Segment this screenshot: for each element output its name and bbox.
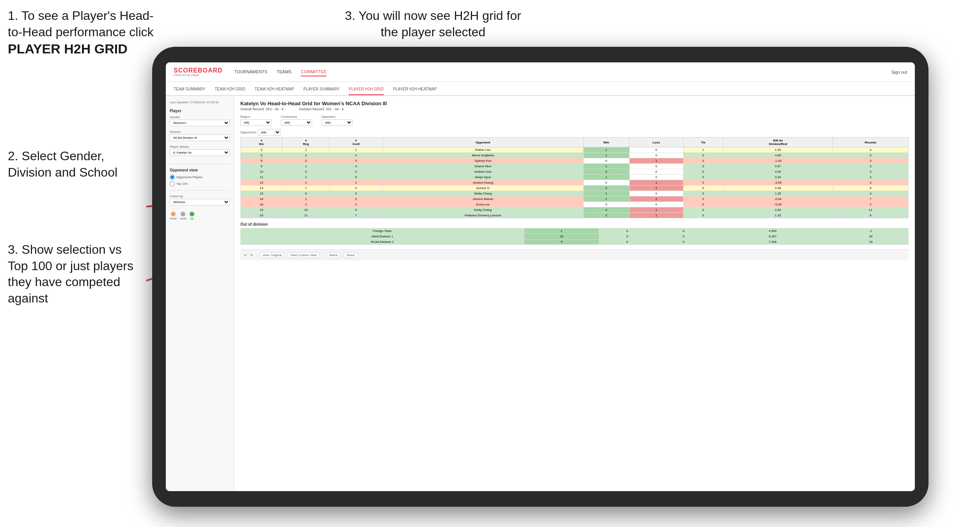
cell-ood-rounds: 10 xyxy=(833,239,908,245)
cell-reg: 10 xyxy=(282,207,330,213)
sidebar-gender-label: Gender xyxy=(170,115,230,119)
subnav-player-h2h-grid[interactable]: PLAYER H2H GRID xyxy=(349,87,383,95)
cell-rounds: 4 xyxy=(833,191,908,196)
cell-reg: 1 xyxy=(282,180,330,186)
sidebar-radio-opponents[interactable]: Opponents Played xyxy=(170,175,230,180)
nav-items: TOURNAMENTS TEAMS COMMITTEE xyxy=(234,68,880,76)
cell-tie: 0 xyxy=(684,196,723,202)
filter-opponent-label: Opponent xyxy=(321,115,353,118)
toolbar-watch[interactable]: Watch xyxy=(327,252,341,258)
nav-teams[interactable]: TEAMS xyxy=(277,68,291,76)
sidebar-division-select[interactable]: NCAA Division III xyxy=(170,134,230,141)
cell-reg: 11 xyxy=(282,213,330,218)
cell-opponent: Jessica Huang xyxy=(383,180,583,186)
subnav-team-h2h-heatmap[interactable]: TEAM H2H HEATMAP xyxy=(255,87,294,95)
filter-region-select[interactable]: (All) xyxy=(240,119,272,126)
cell-win: 0 xyxy=(583,180,629,186)
cell-div: 5 xyxy=(241,153,282,158)
cell-ood-loss: 0 xyxy=(599,234,655,239)
filter-opponent-select[interactable]: (All) xyxy=(321,119,353,126)
subnav-player-h2h-heatmap[interactable]: PLAYER H2H HEATMAP xyxy=(393,87,437,95)
cell-rounds: 9 xyxy=(833,186,908,191)
cell-loss: 0 xyxy=(629,202,683,207)
toolbar: ↩ ↪ | View: Original Save Custom View | … xyxy=(240,249,909,260)
cell-div: 15 xyxy=(241,191,282,196)
cell-rounds: 3 xyxy=(833,164,908,169)
sidebar-radio-top100[interactable]: Top 100 xyxy=(170,181,230,186)
nav-tournaments[interactable]: TOURNAMENTS xyxy=(234,68,268,76)
subnav-team-h2h-grid[interactable]: TEAM H2H GRID xyxy=(215,87,245,95)
cell-win: 1 xyxy=(583,153,629,158)
tablet-frame: SCOREBOARD Powered by clippd TOURNAMENTS… xyxy=(152,47,929,507)
cell-rounds: 11 xyxy=(833,207,908,213)
cell-ood-opponent: NCAA Division 2 xyxy=(241,239,524,245)
app-header: SCOREBOARD Powered by clippd TOURNAMENTS… xyxy=(166,62,915,82)
cell-div: 3 xyxy=(241,147,282,153)
cell-loss: 1 xyxy=(629,207,683,213)
toolbar-view-original[interactable]: View: Original xyxy=(260,252,284,258)
cell-div: 18 xyxy=(241,202,282,207)
toolbar-redo[interactable]: ↪ xyxy=(250,253,253,257)
cell-reg: 1 xyxy=(282,164,330,169)
col-win: Win xyxy=(583,138,629,147)
toolbar-share[interactable]: Share xyxy=(344,252,357,258)
cell-rounds: 4 xyxy=(833,147,908,153)
cell-tie: 0 xyxy=(684,213,723,218)
table-row: 20 11 7 Federica Domecq Lacroze 2 1 0 1.… xyxy=(241,213,909,218)
sidebar-colour-select[interactable]: Win/loss xyxy=(170,199,230,205)
h2h-table-head: #Div #Reg #Conf Opponent Win Loss Tie Di… xyxy=(241,138,909,147)
grid-title: Katelyn Vo Head-to-Head Grid for Women's… xyxy=(240,101,909,106)
cell-reg: 1 xyxy=(282,147,330,153)
sign-out-link[interactable]: Sign out xyxy=(891,70,907,74)
cell-ood-win: 5 xyxy=(524,239,599,245)
cell-tie: 0 xyxy=(684,207,723,213)
sidebar-player-rank-select[interactable]: 8. Katelyn Vo xyxy=(170,149,230,156)
cell-conf: 3 xyxy=(330,169,383,175)
filter-row: Region (All) Conference (All) Opponent xyxy=(240,115,909,126)
subnav-team-summary[interactable]: TEAM SUMMARY xyxy=(174,87,206,95)
cell-tie: 0 xyxy=(684,202,723,207)
cell-conf: 4 xyxy=(330,186,383,191)
sidebar-divider xyxy=(170,164,230,164)
cell-win: 1 xyxy=(583,164,629,169)
out-of-division-header: Out of division xyxy=(240,222,909,226)
cell-rounds: 3 xyxy=(833,153,908,158)
cell-ood-win: 1 xyxy=(524,228,599,234)
legend-level-dot xyxy=(181,212,185,216)
cell-diff: -3.00 xyxy=(723,180,833,186)
nav-committee[interactable]: COMMITTEE xyxy=(301,68,327,76)
col-tie: Tie xyxy=(684,138,723,147)
tablet-screen: SCOREBOARD Powered by clippd TOURNAMENTS… xyxy=(166,62,915,491)
subnav-player-summary[interactable]: PLAYER SUMMARY xyxy=(304,87,339,95)
cell-reg: 2 xyxy=(282,153,330,158)
cell-reg: 2 xyxy=(282,202,330,207)
main-content: Last Updated: 27/03/2024 16:55:38 Player… xyxy=(166,96,915,491)
cell-ood-tie: 0 xyxy=(655,234,712,239)
cell-opponent: Andrea York xyxy=(383,169,583,175)
table-row: 6 3 3 Sydney Kuo 0 1 0 -1.00 3 xyxy=(241,158,909,164)
table-row: 5 2 2 Alexis Sudjianto 1 0 0 4.00 3 xyxy=(241,153,909,158)
cell-opponent: Alexis Sudjianto xyxy=(383,153,583,158)
cell-tie: 0 xyxy=(684,169,723,175)
table-row: 11 2 5 Heejo Hyun 1 0 0 3.33 3 xyxy=(241,175,909,180)
cell-win: 1 xyxy=(583,196,629,202)
opponents-select[interactable]: (All) xyxy=(257,129,281,136)
cell-diff: 1.25 xyxy=(723,191,833,196)
cell-win: 1 xyxy=(583,147,629,153)
cell-win: 0 xyxy=(583,202,629,207)
cell-loss: 0 xyxy=(629,191,683,196)
cell-div: 14 xyxy=(241,186,282,191)
sidebar-timestamp: Last Updated: 27/03/2024 16:55:38 xyxy=(170,101,230,104)
col-reg: #Reg xyxy=(282,138,330,147)
cell-diff: -0.94 xyxy=(723,196,833,202)
sidebar-gender-select[interactable]: Women's xyxy=(170,120,230,126)
out-of-division-body: Foreign Team 1 0 0 4.500 2 NAIA Division… xyxy=(241,228,909,245)
toolbar-save-custom[interactable]: Save Custom View xyxy=(288,252,319,258)
filter-conference-select[interactable]: (All) xyxy=(281,119,312,126)
cell-ood-diff: 9.267 xyxy=(712,234,833,239)
out-of-division-table: Foreign Team 1 0 0 4.500 2 NAIA Division… xyxy=(240,228,909,245)
legend-up: Up xyxy=(190,212,194,220)
cell-conf: 1 xyxy=(330,147,383,153)
toolbar-undo[interactable]: ↩ xyxy=(244,253,247,257)
cell-win: 2 xyxy=(583,213,629,218)
